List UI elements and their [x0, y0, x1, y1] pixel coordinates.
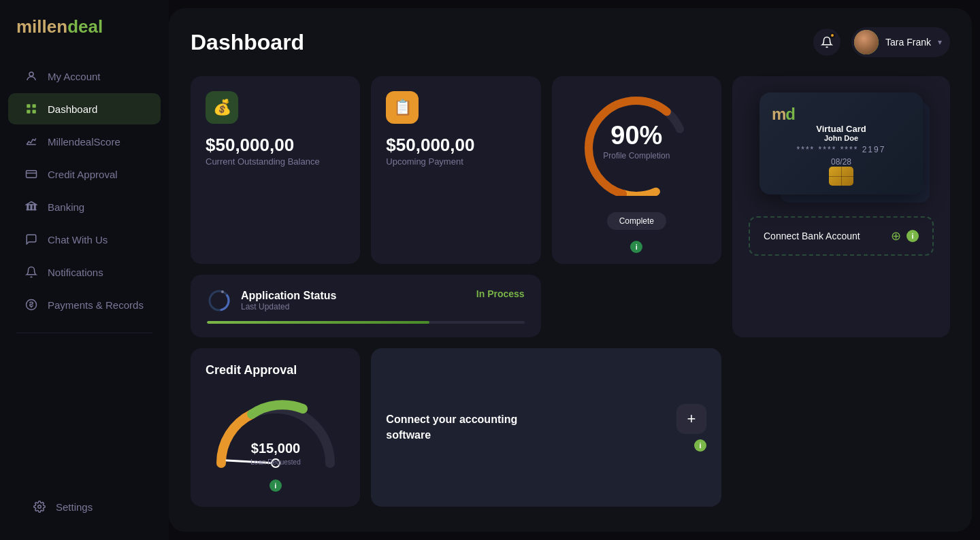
- settings-icon: [33, 500, 46, 513]
- card-chip-wrap: [772, 167, 911, 186]
- app-status-info: Application Status Last Updated: [207, 288, 336, 313]
- user-name-label: Tara Frank: [885, 37, 931, 48]
- svg-rect-9: [31, 205, 32, 210]
- money-bag-icon-wrap: 💰: [206, 91, 238, 124]
- gauge-center: 90% Profile Completion: [603, 122, 670, 161]
- card-holder-name: John Doe: [772, 134, 911, 142]
- sidebar-label-millendeal-score: MillendealScore: [48, 136, 120, 148]
- connect-accounting-content: Connect your accounting software: [386, 412, 522, 443]
- header-actions: Tara Frank ▾: [813, 27, 950, 57]
- connect-bank-right: ⊕ i: [891, 229, 919, 243]
- dashboard-grid: 💰 $50,000,00 Current Outstanding Balance…: [191, 76, 950, 507]
- settings-nav-item[interactable]: Settings: [16, 491, 152, 522]
- card-logo-d: d: [785, 105, 795, 123]
- card-logo-text: md: [772, 105, 795, 124]
- person-icon: [24, 69, 38, 83]
- svg-point-0: [29, 72, 33, 76]
- notification-dot: [830, 33, 835, 38]
- sidebar-label-banking: Banking: [48, 201, 84, 213]
- svg-rect-5: [27, 171, 37, 178]
- svg-point-19: [223, 291, 226, 294]
- logo-part1: millen: [16, 16, 67, 37]
- svg-point-13: [38, 505, 42, 509]
- connect-bank-label: Connect Bank Account: [764, 231, 860, 241]
- card-holder-section: John Doe **** **** **** 2197 08/28: [772, 134, 911, 167]
- card-logo-m: m: [772, 105, 785, 123]
- app-status-top: Application Status Last Updated In Proce…: [207, 288, 525, 313]
- sidebar-item-credit-approval[interactable]: Credit Approval: [8, 158, 161, 190]
- card-expiry: 08/28: [772, 157, 911, 167]
- sidebar-item-payments-records[interactable]: Payments & Records: [8, 289, 161, 320]
- spinner-icon: [207, 288, 231, 313]
- outstanding-balance-value: $50,000,00: [206, 135, 345, 156]
- notification-bell-button[interactable]: [813, 29, 840, 56]
- add-accounting-button[interactable]: +: [676, 404, 706, 434]
- svg-rect-10: [35, 205, 36, 210]
- complete-button[interactable]: Complete: [607, 212, 666, 230]
- card-title-text: Virtual Card: [772, 124, 911, 134]
- payment-icon-wrap: 📋: [386, 91, 419, 124]
- sidebar-item-notifications[interactable]: Notifications: [8, 256, 161, 288]
- sidebar-label-payments-records: Payments & Records: [48, 299, 144, 311]
- connect-accounting-actions: + i: [676, 404, 706, 452]
- svg-rect-1: [27, 104, 30, 107]
- accounting-info-icon[interactable]: i: [694, 439, 706, 452]
- sidebar-item-millendeal-score[interactable]: MillendealScore: [8, 126, 161, 157]
- page-header: Dashboard Tara Frank ▾: [191, 27, 950, 57]
- gauge-percent-value: 90%: [610, 122, 662, 148]
- sidebar-item-dashboard[interactable]: Dashboard: [8, 93, 161, 124]
- dashboard-icon: [24, 102, 38, 116]
- payment-icon: 📋: [393, 99, 412, 116]
- credit-gauge-wrap: $15,000 Loan Requested: [206, 388, 345, 477]
- sidebar-item-settings[interactable]: Settings: [0, 490, 169, 524]
- logo: millendeal: [0, 16, 169, 59]
- profile-completion-card: 90% Profile Completion Complete i: [552, 76, 721, 264]
- app-status-title: Application Status: [241, 290, 336, 302]
- upcoming-payment-value: $50,000,00: [386, 135, 525, 156]
- svg-rect-2: [33, 104, 36, 107]
- stat-card-upcoming: 📋 $50,000,00 Upcoming Payment: [371, 76, 540, 264]
- sidebar-item-my-account[interactable]: My Account: [8, 61, 161, 92]
- card-stack: md Virtual Card John Doe **** **** **** …: [760, 92, 923, 208]
- logo-part2: deal: [67, 16, 103, 37]
- credit-approval-title: Credit Approval: [206, 363, 345, 377]
- user-menu-chip[interactable]: Tara Frank ▾: [851, 27, 950, 57]
- app-status-text: Application Status Last Updated: [241, 290, 336, 311]
- upcoming-payment-label: Upcoming Payment: [386, 156, 525, 168]
- chevron-down-icon: ▾: [938, 37, 942, 47]
- profile-info-icon[interactable]: i: [630, 241, 642, 253]
- sidebar-divider: [16, 333, 152, 333]
- card-chip-icon: [829, 167, 853, 186]
- sidebar-item-banking[interactable]: Banking: [8, 191, 161, 222]
- bell-icon: [24, 265, 38, 279]
- stat-value-outstanding: $50,000,00 Current Outstanding Balance: [206, 135, 345, 168]
- svg-rect-4: [33, 110, 36, 114]
- credit-card-icon: [24, 167, 38, 181]
- virtual-card-front: md Virtual Card John Doe **** **** **** …: [760, 92, 923, 195]
- connect-bank-info-icon[interactable]: i: [906, 230, 919, 242]
- money-icon: [24, 298, 38, 311]
- main-content: Dashboard Tara Frank ▾ 💰 $50,000,00: [169, 8, 972, 532]
- svg-rect-3: [27, 110, 30, 114]
- sidebar-label-chat-with-us: Chat With Us: [48, 234, 108, 246]
- page-title: Dashboard: [191, 30, 304, 55]
- connect-bank-account-button[interactable]: Connect Bank Account ⊕ i: [749, 216, 934, 256]
- plus-circle-icon: ⊕: [891, 229, 901, 243]
- sidebar-label-my-account: My Account: [48, 71, 101, 82]
- profile-gauge: 90% Profile Completion: [575, 87, 698, 196]
- outstanding-balance-label: Current Outstanding Balance: [206, 156, 345, 168]
- credit-approval-section: Credit Approval $15,000 Loan Requested: [191, 348, 360, 507]
- progress-fill: [207, 321, 429, 324]
- credit-info-icon[interactable]: i: [270, 479, 282, 492]
- card-top: md: [772, 105, 911, 124]
- credit-info-wrap: i: [206, 479, 345, 492]
- application-status-card: Application Status Last Updated In Proce…: [191, 275, 541, 337]
- svg-text:$15,000: $15,000: [251, 441, 300, 456]
- svg-rect-8: [27, 205, 29, 210]
- credit-gauge-svg: $15,000 Loan Requested: [208, 388, 344, 477]
- avatar-image: [854, 30, 879, 54]
- sidebar-item-chat-with-us[interactable]: Chat With Us: [8, 224, 161, 255]
- sidebar-label-dashboard: Dashboard: [48, 103, 97, 115]
- score-icon: [24, 135, 38, 148]
- virtual-card-panel: md Virtual Card John Doe **** **** **** …: [732, 76, 950, 337]
